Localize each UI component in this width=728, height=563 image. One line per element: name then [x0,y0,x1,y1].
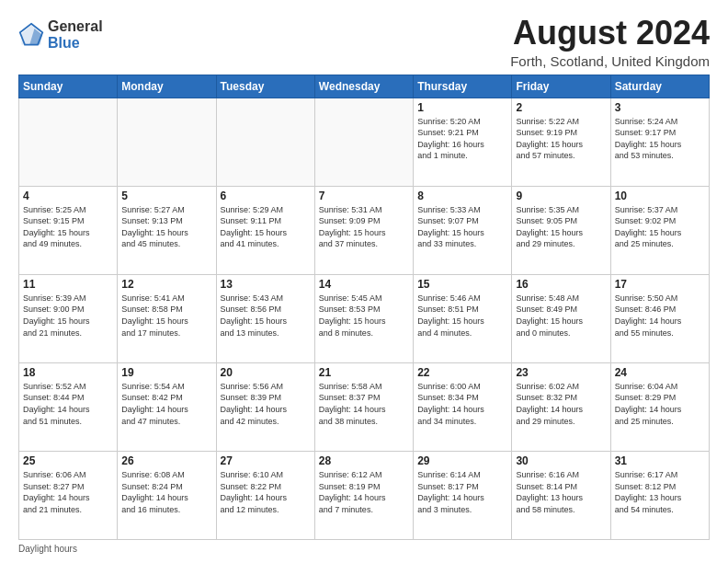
logo-general: General [48,18,103,35]
calendar-day-cell: 25Sunrise: 6:06 AM Sunset: 8:27 PM Dayli… [19,451,118,539]
logo: General Blue [18,18,103,51]
calendar-day-cell: 30Sunrise: 6:16 AM Sunset: 8:14 PM Dayli… [512,451,610,539]
title-block: August 2024 Forth, Scotland, United King… [510,15,710,69]
header: General Blue August 2024 Forth, Scotland… [18,15,710,69]
weekday-header: Saturday [610,75,709,98]
month-year: August 2024 [510,15,710,52]
day-number: 27 [221,454,311,467]
calendar-day-cell [216,98,314,186]
day-info: Sunrise: 6:08 AM Sunset: 8:24 PM Dayligh… [121,469,211,515]
day-number: 18 [23,366,113,379]
calendar-day-cell: 7Sunrise: 5:31 AM Sunset: 9:09 PM Daylig… [314,186,413,274]
day-info: Sunrise: 5:41 AM Sunset: 8:58 PM Dayligh… [121,293,211,339]
day-number: 14 [319,278,409,291]
day-number: 25 [23,454,113,467]
day-number: 16 [516,278,606,291]
day-info: Sunrise: 5:39 AM Sunset: 9:00 PM Dayligh… [23,293,113,339]
day-info: Sunrise: 6:00 AM Sunset: 8:34 PM Dayligh… [417,381,507,427]
calendar-day-cell: 6Sunrise: 5:29 AM Sunset: 9:11 PM Daylig… [216,186,314,274]
day-info: Sunrise: 5:56 AM Sunset: 8:39 PM Dayligh… [221,381,311,427]
day-info: Sunrise: 5:25 AM Sunset: 9:15 PM Dayligh… [23,204,113,250]
calendar-day-cell: 21Sunrise: 5:58 AM Sunset: 8:37 PM Dayli… [314,362,413,451]
day-number: 1 [417,101,507,114]
calendar-day-cell: 8Sunrise: 5:33 AM Sunset: 9:07 PM Daylig… [414,186,512,274]
day-number: 4 [23,190,113,202]
day-info: Sunrise: 6:02 AM Sunset: 8:32 PM Dayligh… [516,381,606,427]
day-number: 2 [516,101,606,114]
calendar-day-cell: 31Sunrise: 6:17 AM Sunset: 8:12 PM Dayli… [610,451,709,539]
day-number: 11 [23,278,113,291]
calendar-day-cell [118,98,216,186]
day-info: Sunrise: 5:52 AM Sunset: 8:44 PM Dayligh… [23,381,113,427]
day-info: Sunrise: 6:16 AM Sunset: 8:14 PM Dayligh… [516,469,606,515]
day-info: Sunrise: 5:24 AM Sunset: 9:17 PM Dayligh… [615,116,705,162]
weekday-header: Wednesday [314,75,413,98]
calendar-day-cell: 19Sunrise: 5:54 AM Sunset: 8:42 PM Dayli… [118,362,216,451]
day-number: 17 [615,278,705,291]
calendar-day-cell: 9Sunrise: 5:35 AM Sunset: 9:05 PM Daylig… [512,186,610,274]
calendar-day-cell: 24Sunrise: 6:04 AM Sunset: 8:29 PM Dayli… [610,362,709,451]
day-info: Sunrise: 5:58 AM Sunset: 8:37 PM Dayligh… [319,381,409,427]
calendar-day-cell: 4Sunrise: 5:25 AM Sunset: 9:15 PM Daylig… [19,186,118,274]
calendar-day-cell: 13Sunrise: 5:43 AM Sunset: 8:56 PM Dayli… [216,274,314,362]
calendar-day-cell: 10Sunrise: 5:37 AM Sunset: 9:02 PM Dayli… [610,186,709,274]
calendar-day-cell: 2Sunrise: 5:22 AM Sunset: 9:19 PM Daylig… [512,98,610,186]
calendar-week-row: 4Sunrise: 5:25 AM Sunset: 9:15 PM Daylig… [19,186,710,274]
day-number: 29 [417,454,507,467]
day-info: Sunrise: 6:12 AM Sunset: 8:19 PM Dayligh… [319,469,409,515]
day-info: Sunrise: 5:33 AM Sunset: 9:07 PM Dayligh… [417,204,507,250]
day-info: Sunrise: 6:04 AM Sunset: 8:29 PM Dayligh… [615,381,705,427]
day-number: 15 [417,278,507,291]
logo-text: General Blue [48,18,103,51]
day-info: Sunrise: 6:10 AM Sunset: 8:22 PM Dayligh… [221,469,311,515]
calendar-day-cell: 22Sunrise: 6:00 AM Sunset: 8:34 PM Dayli… [414,362,512,451]
page: General Blue August 2024 Forth, Scotland… [0,0,728,563]
day-info: Sunrise: 5:22 AM Sunset: 9:19 PM Dayligh… [516,116,606,162]
day-number: 8 [417,190,507,202]
calendar-day-cell: 20Sunrise: 5:56 AM Sunset: 8:39 PM Dayli… [216,362,314,451]
calendar-day-cell: 5Sunrise: 5:27 AM Sunset: 9:13 PM Daylig… [118,186,216,274]
day-info: Sunrise: 5:45 AM Sunset: 8:53 PM Dayligh… [319,293,409,339]
calendar-day-cell: 18Sunrise: 5:52 AM Sunset: 8:44 PM Dayli… [19,362,118,451]
calendar-day-cell: 12Sunrise: 5:41 AM Sunset: 8:58 PM Dayli… [118,274,216,362]
day-number: 22 [417,366,507,379]
logo-blue: Blue [48,35,103,52]
day-info: Sunrise: 6:06 AM Sunset: 8:27 PM Dayligh… [23,469,113,515]
day-number: 13 [221,278,311,291]
calendar-week-row: 25Sunrise: 6:06 AM Sunset: 8:27 PM Dayli… [19,451,710,539]
day-info: Sunrise: 5:35 AM Sunset: 9:05 PM Dayligh… [516,204,606,250]
calendar-day-cell: 16Sunrise: 5:48 AM Sunset: 8:49 PM Dayli… [512,274,610,362]
day-number: 31 [615,454,705,467]
daylight-hours-label: Daylight hours [18,544,77,554]
calendar-day-cell: 26Sunrise: 6:08 AM Sunset: 8:24 PM Dayli… [118,451,216,539]
day-number: 26 [121,454,211,467]
weekday-header: Tuesday [216,75,314,98]
day-number: 28 [319,454,409,467]
day-number: 12 [121,278,211,291]
day-info: Sunrise: 5:48 AM Sunset: 8:49 PM Dayligh… [516,293,606,339]
calendar-day-cell: 3Sunrise: 5:24 AM Sunset: 9:17 PM Daylig… [610,98,709,186]
day-number: 10 [615,190,705,202]
day-info: Sunrise: 5:20 AM Sunset: 9:21 PM Dayligh… [417,116,507,162]
day-info: Sunrise: 5:46 AM Sunset: 8:51 PM Dayligh… [417,293,507,339]
calendar-day-cell: 23Sunrise: 6:02 AM Sunset: 8:32 PM Dayli… [512,362,610,451]
day-number: 7 [319,190,409,202]
day-info: Sunrise: 5:29 AM Sunset: 9:11 PM Dayligh… [221,204,311,250]
day-number: 3 [615,101,705,114]
calendar-day-cell: 1Sunrise: 5:20 AM Sunset: 9:21 PM Daylig… [414,98,512,186]
day-number: 23 [516,366,606,379]
footer: Daylight hours [18,544,710,554]
calendar-header-row: SundayMondayTuesdayWednesdayThursdayFrid… [19,75,710,98]
weekday-header: Monday [118,75,216,98]
day-number: 24 [615,366,705,379]
day-info: Sunrise: 5:37 AM Sunset: 9:02 PM Dayligh… [615,204,705,250]
day-number: 6 [221,190,311,202]
location: Forth, Scotland, United Kingdom [510,53,710,69]
day-info: Sunrise: 6:14 AM Sunset: 8:17 PM Dayligh… [417,469,507,515]
day-info: Sunrise: 5:50 AM Sunset: 8:46 PM Dayligh… [615,293,705,339]
calendar-week-row: 1Sunrise: 5:20 AM Sunset: 9:21 PM Daylig… [19,98,710,186]
calendar-day-cell: 15Sunrise: 5:46 AM Sunset: 8:51 PM Dayli… [414,274,512,362]
calendar-day-cell: 27Sunrise: 6:10 AM Sunset: 8:22 PM Dayli… [216,451,314,539]
weekday-header: Friday [512,75,610,98]
day-info: Sunrise: 5:43 AM Sunset: 8:56 PM Dayligh… [221,293,311,339]
